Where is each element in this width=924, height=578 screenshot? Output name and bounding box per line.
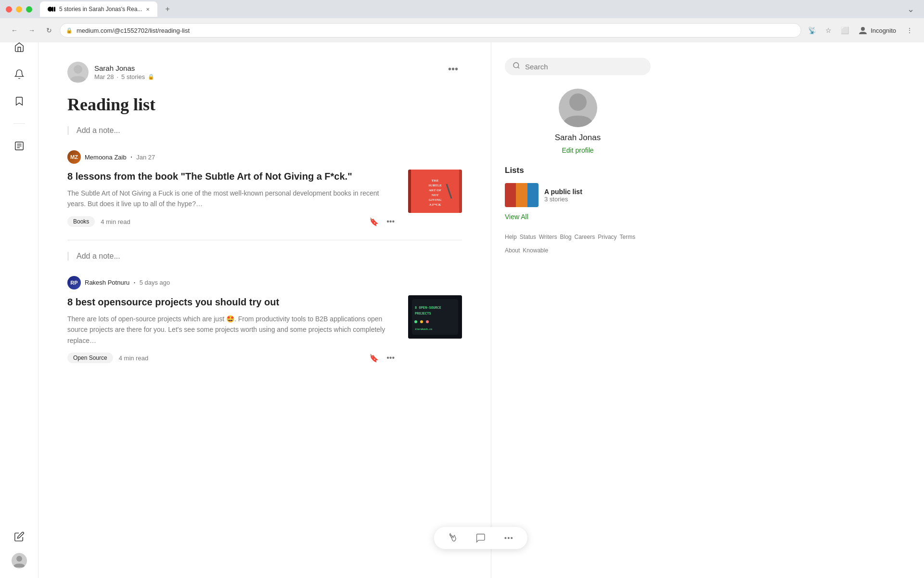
minimize-button[interactable] <box>16 6 22 13</box>
thumb-seg-2 <box>516 183 527 207</box>
main-container: Sarah Jonas Mar 28 · 5 stories 🔒 ••• Rea… <box>38 42 924 578</box>
floating-toolbar <box>434 527 527 549</box>
active-tab[interactable]: 5 stories in Sarah Jonas's Rea... ✕ <box>40 1 157 17</box>
bookmark-button-2[interactable]: 🔖 <box>367 352 381 365</box>
profile-section: Sarah Jonas Edit profile <box>505 89 651 154</box>
open-source-image-2: 8 OPEN-SOURCE PROJECTS itarakesh.co <box>408 295 462 339</box>
svg-point-33 <box>569 93 587 111</box>
story-text-2: 8 best opensource projects you should tr… <box>67 295 397 365</box>
story-excerpt-1: The Subtle Art of Not Giving a Fuck is o… <box>67 188 397 210</box>
list-count: 3 stories <box>544 196 582 203</box>
nav-bar: ← → ↻ 🔒 medium.com/@c1552702/list/readin… <box>0 18 924 42</box>
back-button[interactable]: ← <box>8 24 21 37</box>
reload-button[interactable]: ↻ <box>42 24 56 37</box>
thumb-seg-1 <box>505 183 516 207</box>
dot-sep-2: · <box>133 278 135 287</box>
footer-careers[interactable]: Careers <box>575 232 595 243</box>
footer-status[interactable]: Status <box>520 232 536 243</box>
search-input[interactable] <box>525 63 643 71</box>
story-count: 5 stories <box>121 73 145 80</box>
story-author-name-1[interactable]: Memoona Zaib <box>85 154 127 161</box>
bookmarks-icon[interactable] <box>13 94 26 108</box>
search-box[interactable] <box>505 58 651 75</box>
story-date-1: Jan 27 <box>136 154 155 161</box>
more-options-button[interactable]: ⋮ <box>903 24 916 37</box>
author-name[interactable]: Sarah Jonas <box>94 64 154 72</box>
add-note-1[interactable] <box>67 126 462 135</box>
tab-close-button[interactable]: ✕ <box>146 7 150 12</box>
footer-about[interactable]: About <box>505 246 520 256</box>
comment-button[interactable] <box>474 531 488 545</box>
lists-section: Lists A public list 3 stories View All <box>505 166 651 221</box>
svg-text:PROJECTS: PROJECTS <box>415 312 431 315</box>
clap-button[interactable] <box>446 531 460 545</box>
more-options-float-button[interactable] <box>501 531 516 545</box>
list-thumb-main <box>505 183 539 207</box>
bookmark-button-1[interactable]: 🔖 <box>367 215 381 228</box>
story-item-1: MZ Memoona Zaib · Jan 27 8 lessons from … <box>67 150 462 228</box>
svg-point-29 <box>426 320 429 323</box>
footer-writers[interactable]: Writers <box>539 232 557 243</box>
story-author-name-2[interactable]: Rakesh Potnuru <box>85 279 129 286</box>
story-divider-1 <box>67 240 462 240</box>
list-item-card[interactable]: A public list 3 stories <box>505 183 651 207</box>
add-note-2[interactable] <box>67 252 462 261</box>
story-author-row-1: MZ Memoona Zaib · Jan 27 <box>67 150 462 164</box>
story-footer-1: Books 4 min read 🔖 ••• <box>67 215 397 228</box>
footer-blog[interactable]: Blog <box>560 232 572 243</box>
more-button-2[interactable]: ••• <box>385 352 397 364</box>
right-sidebar: Sarah Jonas Edit profile Lists A public … <box>491 42 664 578</box>
more-options-button[interactable]: ••• <box>444 62 462 77</box>
story-title-1[interactable]: 8 lessons from the book "The Subtle Art … <box>67 170 397 183</box>
svg-line-32 <box>518 67 519 68</box>
new-tab-button[interactable]: + <box>159 1 175 17</box>
cast-button[interactable]: 📡 <box>805 24 819 37</box>
stories-icon[interactable] <box>13 139 26 153</box>
footer-privacy[interactable]: Privacy <box>598 232 616 243</box>
sidebar-divider <box>13 123 25 124</box>
maximize-button[interactable] <box>26 6 32 13</box>
address-bar[interactable]: 🔒 medium.com/@c1552702/list/reading-list <box>60 23 801 38</box>
story-content-2: 8 best opensource projects you should tr… <box>67 295 462 365</box>
story-author-avatar-1[interactable]: MZ <box>67 150 81 164</box>
footer-terms[interactable]: Terms <box>620 232 636 243</box>
add-note-input-2[interactable] <box>77 252 462 261</box>
add-note-input-1[interactable] <box>77 126 462 135</box>
svg-text:8 OPEN-SOURCE: 8 OPEN-SOURCE <box>415 306 441 310</box>
tab-expand-button[interactable]: ⌄ <box>903 2 918 16</box>
edit-profile-link[interactable]: Edit profile <box>562 146 593 154</box>
write-icon[interactable] <box>13 530 26 543</box>
user-avatar-small[interactable] <box>12 553 27 568</box>
svg-point-3 <box>861 27 865 31</box>
close-button[interactable] <box>6 6 12 13</box>
lock-icon: 🔒 <box>66 27 73 34</box>
view-all-link[interactable]: View All <box>505 213 651 221</box>
svg-text:THE: THE <box>432 179 439 183</box>
tag-badge-1[interactable]: Books <box>67 216 95 227</box>
profile-avatar[interactable] <box>559 89 597 127</box>
notifications-icon[interactable] <box>13 67 26 81</box>
left-sidebar <box>0 0 38 578</box>
forward-button[interactable]: → <box>25 24 38 37</box>
more-button-1[interactable]: ••• <box>385 215 397 228</box>
lock-icon: 🔒 <box>148 74 154 80</box>
bookmark-star-button[interactable]: ☆ <box>821 24 835 37</box>
tag-badge-2[interactable]: Open Source <box>67 353 113 363</box>
svg-rect-15 <box>408 170 411 213</box>
list-name: A public list <box>544 188 582 196</box>
author-avatar[interactable] <box>67 62 89 83</box>
list-thumbnails <box>505 183 539 207</box>
split-view-button[interactable]: ⬜ <box>838 24 851 37</box>
footer-help[interactable]: Help <box>505 232 517 243</box>
footer-knowable[interactable]: Knowable <box>523 246 548 256</box>
story-thumbnail-1: THE SUBTLE ART OF NOT GIVING A F*CK <box>408 170 462 213</box>
incognito-button[interactable]: Incognito <box>854 25 900 36</box>
home-icon[interactable] <box>13 40 26 54</box>
svg-point-31 <box>513 63 519 68</box>
url-text: medium.com/@c1552702/list/reading-list <box>77 27 190 34</box>
sidebar-footer: Help Status Writers Blog Careers Privacy… <box>505 221 651 256</box>
thumb-seg-3 <box>527 183 539 207</box>
tab-favicon <box>48 5 55 13</box>
story-title-2[interactable]: 8 best opensource projects you should tr… <box>67 295 397 309</box>
story-author-avatar-2[interactable]: RP <box>67 276 81 289</box>
